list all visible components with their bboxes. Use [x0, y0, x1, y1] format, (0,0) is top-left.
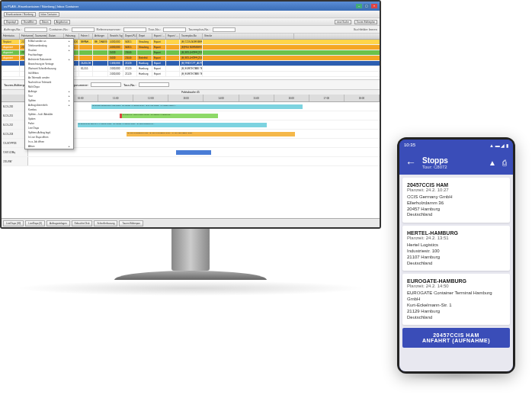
grid-col-header[interactable]: Anhänger: [93, 34, 108, 39]
gantt-time-label: 16:00: [274, 95, 309, 101]
gantt-bar[interactable]: (E) CCIS-NÜRNBERG [94315] - (E) CCIS-NÜR…: [127, 132, 295, 136]
btn-dispotopf[interactable]: Dispotopf: [4, 20, 18, 24]
lbl-auftrag: Auftrags-No.:: [4, 27, 22, 31]
grid-col-header[interactable]: Strecke: [203, 34, 294, 39]
grid-col-header[interactable]: Export / …: [152, 34, 166, 39]
card-line: CCIS Germany GmbH: [407, 194, 505, 201]
card-line: 20457 Hamburg: [407, 207, 505, 213]
btn-grundfilter[interactable]: Grundfilter: [21, 20, 37, 24]
search-bar: Auftrags-No.: Container-No.: Referenznum…: [2, 26, 380, 34]
grid-col-header[interactable]: Fahrer I: [79, 34, 93, 39]
tab-bar: Einzelcontainer / Nürnberg Inbox Contain…: [2, 11, 380, 18]
btn-clear-search[interactable]: Suchfelder leeren: [354, 27, 377, 31]
maximize-icon[interactable]: ▢: [364, 4, 370, 8]
stop-card[interactable]: EUROGATE-HAMBURGPlanzeit: 24.2. 14:50EUR…: [402, 274, 510, 325]
stop-card[interactable]: 20457CCIS HAMPlanzeit: 24.2. 10:27CCIS G…: [402, 178, 510, 223]
statusbar-tab[interactable]: LiveDispo (00): [3, 220, 24, 226]
window-title: cs PLAN - Einzelcontainer / Nürnberg | I…: [4, 5, 356, 8]
phone-status-icons: ▲ ▬ ◢ ▮: [489, 143, 508, 148]
close-icon[interactable]: ×: [371, 4, 377, 8]
stop-card[interactable]: HERTEL-HAMBURGPlanzeit: 24.2. 13:51Herte…: [402, 226, 510, 271]
input-filter-auftrag[interactable]: [91, 82, 121, 87]
lbl-plan: Tourenplan-No.:: [188, 27, 210, 31]
gantt-row: 220-WA*: [2, 157, 380, 166]
card-line: Deutschland: [407, 315, 505, 321]
gantt-bar[interactable]: (E) EUROKOMBI TERMINAL HAMBURG [21129] -…: [78, 123, 268, 127]
mobile-phone: 10:35 ▲ ▬ ◢ ▮ ← Stopps Tour: C8072 ▲ ⎙ 2…: [397, 137, 515, 374]
input-ref[interactable]: [123, 27, 146, 32]
context-menu: E-Mail senden anTelefonverbindungDrucken…: [24, 38, 74, 149]
desktop-screen: cs PLAN - Einzelcontainer / Nürnberg | I…: [0, 0, 381, 229]
action-button[interactable]: 20457CCIS HAMANFAHRT (AUFNAHME): [402, 328, 510, 348]
input-filter-tour[interactable]: [139, 82, 169, 87]
grid-col-header[interactable]: Fahrtstatus: [2, 34, 20, 39]
print-icon[interactable]: ⎙: [502, 159, 507, 167]
lbl-filter-tour: Tour-No.:: [123, 83, 136, 87]
grid-col-header[interactable]: Export / …: [166, 34, 180, 39]
toolbar-main: Dispotopf Grundfilter Datum Angebot an n…: [2, 18, 380, 26]
phone-subtitle: Tour: C8072: [422, 165, 482, 169]
card-line: Industriestr. 100: [407, 249, 505, 255]
card-line: Deutschland: [407, 212, 505, 218]
input-plan[interactable]: [213, 27, 236, 32]
card-line: Deutschland: [407, 261, 505, 267]
card-title: 20457CCIS HAM: [407, 182, 505, 188]
gantt-bar[interactable]: (E) EUROGATE BREMERHAFEN [27568] - (E) H…: [91, 104, 303, 109]
btn-neue-suche[interactable]: neue Suche: [335, 20, 351, 24]
card-title: EUROGATE-HAMBURG: [407, 278, 505, 284]
grid-col-header[interactable]: Gewicht / kg: [108, 34, 123, 39]
monitor-base: [114, 271, 267, 280]
phone-screen: 10:35 ▲ ▬ ◢ ▮ ← Stopps Tour: C8072 ▲ ⎙ 2…: [399, 140, 513, 371]
gantt-time-label: 12:00: [133, 95, 168, 101]
gantt-time-label: 14:00: [204, 95, 239, 101]
card-subtitle: Planzeit: 24.2. 14:50: [407, 284, 505, 288]
card-line: 21129 Hamburg: [407, 309, 505, 315]
btn-angebot[interactable]: Angebot an: [54, 20, 70, 24]
card-line: 21107 Hamburg: [407, 255, 505, 261]
phone-header: ← Stopps Tour: C8072 ▲ ⎙: [399, 150, 513, 175]
input-container[interactable]: [72, 27, 95, 32]
statusbar-tab[interactable]: Touren Editierpan: [119, 220, 143, 226]
gantt-bar[interactable]: [176, 150, 211, 155]
phone-shadow: [402, 370, 509, 381]
input-auftrag[interactable]: [24, 27, 47, 32]
phone-title: Stopps: [422, 156, 482, 165]
grid-col-header[interactable]: Deport-PLZ: [123, 34, 137, 39]
gantt-time-label: 17:00: [309, 95, 345, 101]
input-tour[interactable]: [163, 27, 186, 32]
monitor-shadow: [15, 281, 366, 296]
tab-einzelcontainer[interactable]: Einzelcontainer / Nürnberg: [4, 12, 36, 17]
tab-inbox[interactable]: Inbox Container: [39, 12, 59, 17]
gantt-time-label: 18:00: [345, 95, 380, 101]
back-arrow-icon[interactable]: ←: [405, 156, 416, 169]
btn-touren-editierplan[interactable]: Touren Editierplan: [354, 20, 377, 24]
gantt-bar[interactable]: (E) TRID CYT_AUTOMATISCH [24457] - (E) H…: [120, 114, 218, 118]
statusbar-tab[interactable]: Schnellerfassung: [94, 220, 117, 226]
window-titlebar: cs PLAN - Einzelcontainer / Nürnberg | I…: [2, 2, 380, 11]
gantt-time-label: 13:00: [168, 95, 204, 101]
btn-datum[interactable]: Datum: [40, 20, 51, 24]
card-subtitle: Planzeit: 24.2. 10:27: [407, 188, 505, 192]
card-subtitle: Planzeit: 24.2. 13:51: [407, 236, 505, 240]
gantt-time-label: 15:00: [239, 95, 274, 101]
status-bar: LiveDispo (00)LiveDispo (0)Auftragseinla…: [2, 218, 380, 227]
phone-time: 10:35: [404, 143, 415, 147]
card-line: EUROGATE Container Terminal Hamburg GmbH: [407, 291, 505, 303]
lbl-ref: Referenznummer:: [97, 27, 121, 31]
minimize-icon[interactable]: –: [356, 4, 362, 8]
statusbar-tab[interactable]: LiveDispo (0): [25, 220, 45, 226]
monitor-stand: [171, 229, 210, 271]
statusbar-tab[interactable]: Gebuchte Disb: [72, 220, 93, 226]
grid-col-header[interactable]: Depot: [137, 34, 152, 39]
phone-body[interactable]: 20457CCIS HAMPlanzeit: 24.2. 10:27CCIS G…: [399, 175, 513, 371]
statusbar-tab[interactable]: Auftragseinlagen: [46, 220, 70, 226]
card-line: Kurt-Eckelmann-Str. 1: [407, 303, 505, 309]
grid-col-header[interactable]: Tourenplan-No: [180, 34, 203, 39]
card-line: Hertel Logistics: [407, 242, 505, 249]
lbl-tour: Tour-No.:: [149, 27, 161, 31]
card-line: Ellerholzdamm 36: [407, 201, 505, 207]
context-menu-item[interactable]: Aktion: [25, 144, 73, 149]
gantt-time-label: 11:00: [98, 95, 133, 101]
navigate-icon[interactable]: ▲: [489, 159, 496, 167]
gantt-row-label: 220-WA*: [2, 157, 28, 165]
